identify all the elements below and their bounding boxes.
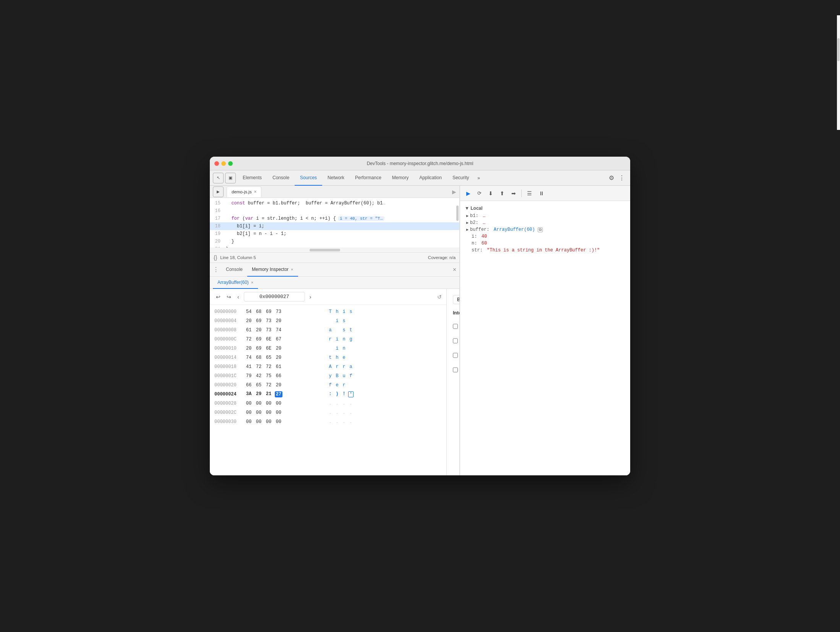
code-line-16: 16 bbox=[210, 207, 459, 215]
devtools-body: ▶ demo-js.js × ▶ 15 const buffer = b1.bu… bbox=[210, 186, 630, 475]
next-address-button[interactable]: › bbox=[308, 293, 313, 301]
resume-button[interactable]: ▶ bbox=[464, 189, 473, 198]
fullscreen-button[interactable] bbox=[228, 161, 233, 166]
tab-security[interactable]: Security bbox=[447, 170, 474, 186]
hex-row-28: 00000028 00 00 00 00 . . bbox=[210, 399, 446, 408]
tab-network[interactable]: Network bbox=[322, 170, 350, 186]
integer-8bit-row[interactable]: Integer 8-bit bbox=[453, 321, 459, 332]
braces-icon: {} bbox=[214, 254, 217, 261]
address-bar: ↩ ↪ ‹ › ↺ bbox=[210, 289, 446, 305]
endian-select[interactable]: Big Endian Little Endian bbox=[453, 295, 459, 304]
prev-address-button[interactable]: ‹ bbox=[236, 293, 241, 301]
tab-application[interactable]: Application bbox=[414, 170, 447, 186]
close-button[interactable] bbox=[214, 161, 219, 166]
window-title: DevTools - memory-inspector.glitch.me/de… bbox=[367, 161, 474, 166]
highlighted-byte[interactable]: 27 bbox=[275, 391, 282, 397]
code-scrollbar-thumb[interactable] bbox=[456, 206, 459, 221]
integer-32bit-checkbox[interactable] bbox=[453, 353, 458, 358]
tab-sources[interactable]: Sources bbox=[295, 170, 322, 186]
hex-row-30: 00000030 00 00 00 00 . . bbox=[210, 417, 446, 426]
scope-i-row: i: 40 bbox=[460, 233, 630, 240]
address-input[interactable] bbox=[244, 292, 305, 301]
integer-64bit-row[interactable]: Integer 64-bit bbox=[453, 365, 459, 375]
source-file-tab[interactable]: demo-js.js × bbox=[227, 186, 261, 197]
tab-console-bottom[interactable]: Console bbox=[221, 263, 247, 277]
coverage-info: Coverage: n/a bbox=[428, 255, 456, 260]
integer-16bit-checkbox[interactable] bbox=[453, 338, 458, 344]
right-panel: ▶ ⟳ ⬇ ⬆ ➡ ☰ ⏸ ▼ Local ▶ b1: … ▶ b bbox=[460, 186, 630, 475]
integer-column: Integer Integer 8-bit Integer 16-bit bbox=[453, 310, 459, 375]
bottom-tab-more-icon[interactable]: ⋮ bbox=[213, 266, 219, 273]
type-settings-panel: ➘ Big Endian Little Endian ⚙ bbox=[447, 289, 459, 475]
arraybuffer-tab[interactable]: ArrayBuffer(60) × bbox=[213, 277, 258, 289]
hex-row-8: 00000008 61 20 73 74 a bbox=[210, 326, 446, 335]
integer-8bit-checkbox[interactable] bbox=[453, 324, 458, 329]
scope-b2-row: ▶ b2: … bbox=[460, 219, 630, 226]
scope-str-row: str: "This is a string in the ArrayBuffe… bbox=[460, 247, 630, 254]
tab-performance[interactable]: Performance bbox=[350, 170, 387, 186]
line-column-info: Line 18, Column 5 bbox=[220, 255, 256, 260]
toolbar-separator bbox=[521, 190, 522, 197]
more-tabs-button[interactable]: » bbox=[474, 175, 483, 181]
more-options-icon[interactable]: ⋮ bbox=[616, 174, 627, 181]
memory-content: ↩ ↪ ‹ › ↺ 00000000 54 bbox=[210, 289, 459, 475]
hex-row-24-current: 00000024 3A 29 21 27 : ) bbox=[210, 390, 446, 399]
tab-memory-inspector[interactable]: Memory Inspector × bbox=[247, 263, 298, 277]
hex-row-20: 00000020 66 65 72 20 f e bbox=[210, 381, 446, 390]
hex-row-0: 00000000 54 68 69 73 T h bbox=[210, 307, 446, 316]
source-filename: demo-js.js bbox=[232, 190, 251, 194]
source-file-tab-bar: ▶ demo-js.js × ▶ bbox=[210, 186, 459, 198]
code-hscroll-thumb[interactable] bbox=[310, 249, 340, 251]
type-columns: ➘ Integer Integer 8-bit Inte bbox=[453, 310, 459, 375]
hex-row-4: 00000004 20 69 73 20 i bbox=[210, 316, 446, 326]
hex-row-18: 00000018 41 72 72 61 A r bbox=[210, 362, 446, 371]
scope-local-header: ▼ Local bbox=[460, 204, 630, 212]
inline-value-17: i = 40, str = "T… bbox=[338, 216, 384, 221]
arraybuffer-label: ArrayBuffer(60) bbox=[217, 280, 249, 285]
source-play-icon[interactable]: ▶ bbox=[213, 186, 224, 197]
mobile-icon[interactable]: ▣ bbox=[225, 173, 236, 183]
arraybuffer-tab-close[interactable]: × bbox=[251, 280, 253, 285]
hex-row-c: 0000000C 72 69 6E 67 r i bbox=[210, 335, 446, 344]
integer-header: Integer bbox=[453, 310, 459, 316]
source-panel-play[interactable]: ▶ bbox=[452, 189, 456, 195]
memory-inspector-panel: ArrayBuffer(60) × ↩ ↪ ‹ › bbox=[210, 277, 459, 475]
integer-16bit-row[interactable]: Integer 16-bit bbox=[453, 335, 459, 346]
code-hscrollbar[interactable] bbox=[210, 248, 459, 252]
step-out-button[interactable]: ➡ bbox=[509, 189, 518, 198]
bottom-panel-close[interactable]: × bbox=[453, 266, 456, 273]
integer-64bit-checkbox[interactable] bbox=[453, 367, 458, 373]
step-over-button[interactable]: ⬇ bbox=[486, 189, 495, 198]
redo-button[interactable]: ↪ bbox=[225, 293, 233, 301]
tab-console[interactable]: Console bbox=[267, 170, 295, 186]
memory-inspector-close[interactable]: × bbox=[291, 267, 293, 272]
status-bar: {} Line 18, Column 5 Coverage: n/a bbox=[210, 252, 459, 263]
deactivate-breakpoints-button[interactable]: ☰ bbox=[525, 189, 534, 198]
tab-memory[interactable]: Memory bbox=[387, 170, 414, 186]
pause-exceptions-button[interactable]: ⏸ bbox=[537, 189, 546, 198]
endian-row: Big Endian Little Endian ⚙ bbox=[453, 295, 459, 304]
source-file-close[interactable]: × bbox=[254, 189, 256, 194]
tab-elements[interactable]: Elements bbox=[237, 170, 267, 186]
hex-panel: ↩ ↪ ‹ › ↺ 00000000 54 bbox=[210, 289, 447, 475]
hex-row-10: 00000010 20 69 6E 20 i bbox=[210, 344, 446, 353]
undo-button[interactable]: ↩ bbox=[214, 293, 222, 301]
titlebar: DevTools - memory-inspector.glitch.me/de… bbox=[210, 157, 630, 170]
pause-button[interactable]: ⟳ bbox=[475, 189, 484, 197]
endian-select-wrapper: Big Endian Little Endian bbox=[453, 295, 459, 304]
cursor-icon[interactable]: ↖ bbox=[213, 173, 224, 183]
minimize-button[interactable] bbox=[221, 161, 226, 166]
debugger-toolbar: ▶ ⟳ ⬇ ⬆ ➡ ☰ ⏸ bbox=[460, 186, 630, 201]
integer-32bit-row[interactable]: Integer 32-bit bbox=[453, 350, 459, 361]
scope-b1-row: ▶ b1: … bbox=[460, 212, 630, 219]
arraybuffer-tab-bar: ArrayBuffer(60) × bbox=[210, 277, 459, 289]
hex-row-2c: 0000002C 00 00 00 00 . . bbox=[210, 408, 446, 417]
settings-gear-icon[interactable]: ⚙ bbox=[606, 174, 616, 181]
refresh-button[interactable]: ↺ bbox=[437, 294, 442, 300]
hex-row-14: 00000014 74 68 65 20 t h bbox=[210, 353, 446, 362]
code-editor: 15 const buffer = b1.buffer; buffer = Ar… bbox=[210, 198, 459, 252]
step-into-button[interactable]: ⬆ bbox=[498, 189, 507, 198]
arraybuffer-icon: ⧉ bbox=[538, 227, 543, 232]
code-line-17: 17 for (var i = str.length; i < n; ++i) … bbox=[210, 215, 459, 222]
hex-dump: 00000000 54 68 69 73 T h bbox=[210, 305, 446, 475]
